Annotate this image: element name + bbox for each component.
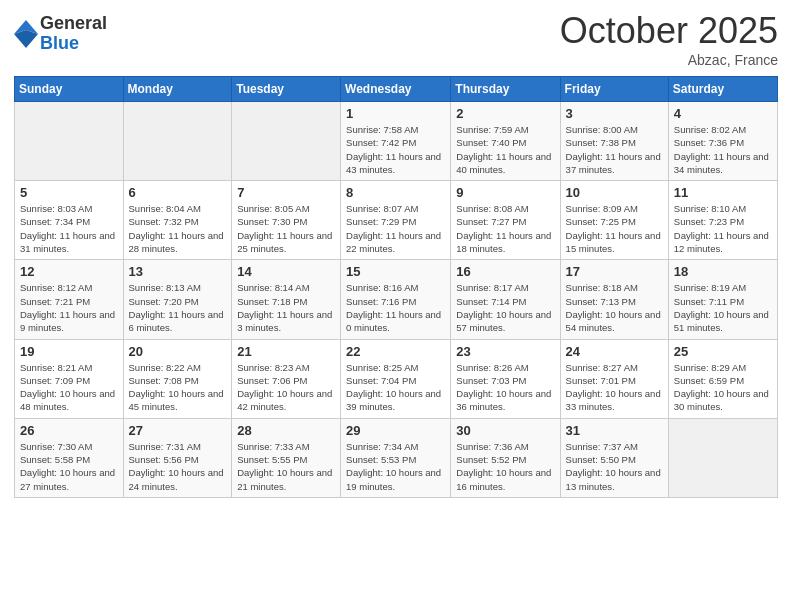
day-number: 12 (20, 264, 118, 279)
day-number: 7 (237, 185, 335, 200)
logo: General Blue (14, 14, 107, 54)
calendar-week-2: 5Sunrise: 8:03 AMSunset: 7:34 PMDaylight… (15, 181, 778, 260)
day-number: 27 (129, 423, 227, 438)
day-info: Sunrise: 8:07 AMSunset: 7:29 PMDaylight:… (346, 202, 445, 255)
day-info: Sunrise: 8:08 AMSunset: 7:27 PMDaylight:… (456, 202, 554, 255)
day-number: 4 (674, 106, 772, 121)
header-sunday: Sunday (15, 77, 124, 102)
day-number: 13 (129, 264, 227, 279)
logo-icon (14, 20, 38, 48)
calendar-cell: 5Sunrise: 8:03 AMSunset: 7:34 PMDaylight… (15, 181, 124, 260)
calendar-cell: 25Sunrise: 8:29 AMSunset: 6:59 PMDayligh… (668, 339, 777, 418)
day-number: 2 (456, 106, 554, 121)
calendar-cell (668, 418, 777, 497)
calendar-cell: 18Sunrise: 8:19 AMSunset: 7:11 PMDayligh… (668, 260, 777, 339)
header-friday: Friday (560, 77, 668, 102)
day-info: Sunrise: 8:03 AMSunset: 7:34 PMDaylight:… (20, 202, 118, 255)
day-info: Sunrise: 7:59 AMSunset: 7:40 PMDaylight:… (456, 123, 554, 176)
day-number: 30 (456, 423, 554, 438)
day-number: 22 (346, 344, 445, 359)
day-number: 15 (346, 264, 445, 279)
header-tuesday: Tuesday (232, 77, 341, 102)
day-info: Sunrise: 8:25 AMSunset: 7:04 PMDaylight:… (346, 361, 445, 414)
calendar-cell: 13Sunrise: 8:13 AMSunset: 7:20 PMDayligh… (123, 260, 232, 339)
calendar-cell: 2Sunrise: 7:59 AMSunset: 7:40 PMDaylight… (451, 102, 560, 181)
day-number: 23 (456, 344, 554, 359)
calendar-cell: 31Sunrise: 7:37 AMSunset: 5:50 PMDayligh… (560, 418, 668, 497)
calendar-cell: 19Sunrise: 8:21 AMSunset: 7:09 PMDayligh… (15, 339, 124, 418)
day-info: Sunrise: 7:33 AMSunset: 5:55 PMDaylight:… (237, 440, 335, 493)
calendar-week-4: 19Sunrise: 8:21 AMSunset: 7:09 PMDayligh… (15, 339, 778, 418)
day-info: Sunrise: 8:23 AMSunset: 7:06 PMDaylight:… (237, 361, 335, 414)
day-number: 3 (566, 106, 663, 121)
day-number: 21 (237, 344, 335, 359)
day-info: Sunrise: 8:26 AMSunset: 7:03 PMDaylight:… (456, 361, 554, 414)
day-number: 1 (346, 106, 445, 121)
header-monday: Monday (123, 77, 232, 102)
header-saturday: Saturday (668, 77, 777, 102)
day-number: 14 (237, 264, 335, 279)
page: General Blue October 2025 Abzac, France … (0, 0, 792, 612)
calendar-cell: 6Sunrise: 8:04 AMSunset: 7:32 PMDaylight… (123, 181, 232, 260)
logo-general: General (40, 14, 107, 34)
day-info: Sunrise: 8:00 AMSunset: 7:38 PMDaylight:… (566, 123, 663, 176)
day-number: 19 (20, 344, 118, 359)
calendar-cell: 22Sunrise: 8:25 AMSunset: 7:04 PMDayligh… (341, 339, 451, 418)
calendar-cell: 29Sunrise: 7:34 AMSunset: 5:53 PMDayligh… (341, 418, 451, 497)
day-number: 28 (237, 423, 335, 438)
calendar-cell (232, 102, 341, 181)
day-info: Sunrise: 8:04 AMSunset: 7:32 PMDaylight:… (129, 202, 227, 255)
day-info: Sunrise: 8:16 AMSunset: 7:16 PMDaylight:… (346, 281, 445, 334)
day-number: 9 (456, 185, 554, 200)
day-number: 16 (456, 264, 554, 279)
day-number: 5 (20, 185, 118, 200)
day-info: Sunrise: 7:30 AMSunset: 5:58 PMDaylight:… (20, 440, 118, 493)
day-number: 17 (566, 264, 663, 279)
day-info: Sunrise: 8:09 AMSunset: 7:25 PMDaylight:… (566, 202, 663, 255)
calendar-cell: 4Sunrise: 8:02 AMSunset: 7:36 PMDaylight… (668, 102, 777, 181)
day-info: Sunrise: 8:27 AMSunset: 7:01 PMDaylight:… (566, 361, 663, 414)
day-info: Sunrise: 7:31 AMSunset: 5:56 PMDaylight:… (129, 440, 227, 493)
day-number: 25 (674, 344, 772, 359)
calendar-cell: 26Sunrise: 7:30 AMSunset: 5:58 PMDayligh… (15, 418, 124, 497)
day-info: Sunrise: 7:37 AMSunset: 5:50 PMDaylight:… (566, 440, 663, 493)
day-info: Sunrise: 8:22 AMSunset: 7:08 PMDaylight:… (129, 361, 227, 414)
calendar-cell: 21Sunrise: 8:23 AMSunset: 7:06 PMDayligh… (232, 339, 341, 418)
calendar-cell: 27Sunrise: 7:31 AMSunset: 5:56 PMDayligh… (123, 418, 232, 497)
calendar-cell (15, 102, 124, 181)
day-number: 20 (129, 344, 227, 359)
day-info: Sunrise: 7:34 AMSunset: 5:53 PMDaylight:… (346, 440, 445, 493)
day-number: 24 (566, 344, 663, 359)
day-number: 6 (129, 185, 227, 200)
day-info: Sunrise: 8:21 AMSunset: 7:09 PMDaylight:… (20, 361, 118, 414)
calendar-cell: 17Sunrise: 8:18 AMSunset: 7:13 PMDayligh… (560, 260, 668, 339)
logo-blue: Blue (40, 34, 107, 54)
day-number: 18 (674, 264, 772, 279)
day-number: 8 (346, 185, 445, 200)
calendar-cell: 3Sunrise: 8:00 AMSunset: 7:38 PMDaylight… (560, 102, 668, 181)
calendar-cell: 1Sunrise: 7:58 AMSunset: 7:42 PMDaylight… (341, 102, 451, 181)
day-info: Sunrise: 8:02 AMSunset: 7:36 PMDaylight:… (674, 123, 772, 176)
calendar-cell: 28Sunrise: 7:33 AMSunset: 5:55 PMDayligh… (232, 418, 341, 497)
calendar-cell: 11Sunrise: 8:10 AMSunset: 7:23 PMDayligh… (668, 181, 777, 260)
header-wednesday: Wednesday (341, 77, 451, 102)
title-block: October 2025 Abzac, France (560, 10, 778, 68)
calendar-cell (123, 102, 232, 181)
calendar-week-1: 1Sunrise: 7:58 AMSunset: 7:42 PMDaylight… (15, 102, 778, 181)
calendar-cell: 20Sunrise: 8:22 AMSunset: 7:08 PMDayligh… (123, 339, 232, 418)
day-info: Sunrise: 8:14 AMSunset: 7:18 PMDaylight:… (237, 281, 335, 334)
calendar-cell: 23Sunrise: 8:26 AMSunset: 7:03 PMDayligh… (451, 339, 560, 418)
day-info: Sunrise: 7:36 AMSunset: 5:52 PMDaylight:… (456, 440, 554, 493)
day-info: Sunrise: 8:18 AMSunset: 7:13 PMDaylight:… (566, 281, 663, 334)
calendar-cell: 8Sunrise: 8:07 AMSunset: 7:29 PMDaylight… (341, 181, 451, 260)
calendar-cell: 9Sunrise: 8:08 AMSunset: 7:27 PMDaylight… (451, 181, 560, 260)
day-info: Sunrise: 8:13 AMSunset: 7:20 PMDaylight:… (129, 281, 227, 334)
calendar-cell: 14Sunrise: 8:14 AMSunset: 7:18 PMDayligh… (232, 260, 341, 339)
day-info: Sunrise: 7:58 AMSunset: 7:42 PMDaylight:… (346, 123, 445, 176)
day-number: 31 (566, 423, 663, 438)
day-info: Sunrise: 8:17 AMSunset: 7:14 PMDaylight:… (456, 281, 554, 334)
day-info: Sunrise: 8:10 AMSunset: 7:23 PMDaylight:… (674, 202, 772, 255)
calendar-cell: 15Sunrise: 8:16 AMSunset: 7:16 PMDayligh… (341, 260, 451, 339)
calendar-week-5: 26Sunrise: 7:30 AMSunset: 5:58 PMDayligh… (15, 418, 778, 497)
day-number: 29 (346, 423, 445, 438)
